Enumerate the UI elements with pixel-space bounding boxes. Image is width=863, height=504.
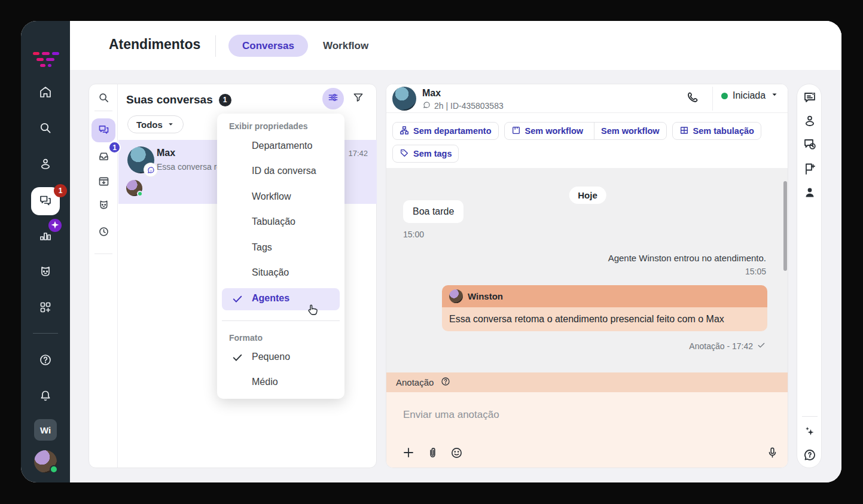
filter-all-dropdown[interactable]: Todos: [127, 115, 184, 133]
ai-sparkle-badge: [48, 219, 62, 232]
menu-item-tags[interactable]: Tags: [252, 242, 272, 253]
nav-notifications[interactable]: [21, 384, 70, 410]
check-icon: [757, 340, 766, 352]
plus-icon: [401, 445, 416, 462]
menu-item-tabulacao[interactable]: Tabulação: [252, 216, 295, 227]
system-message: Agente Winston entrou no atendimento.: [608, 253, 766, 263]
status-dropdown[interactable]: Iniciada: [721, 90, 779, 101]
add-button[interactable]: [401, 446, 416, 462]
list-search-button[interactable]: [92, 87, 115, 111]
chat-icon: [97, 123, 110, 138]
chevron-down-icon: [167, 120, 175, 130]
filter-button[interactable]: [347, 88, 369, 109]
tags-pill[interactable]: Sem tags: [392, 145, 459, 163]
incoming-message-bubble[interactable]: Boa tarde: [403, 200, 463, 223]
nav-divider: [33, 333, 58, 334]
nav-contacts[interactable]: [21, 152, 70, 178]
nav-analytics[interactable]: [21, 224, 70, 250]
person-icon: [38, 157, 53, 173]
workspace-switcher[interactable]: Wi: [34, 419, 57, 441]
agent-avatar: [449, 289, 463, 303]
workflow-pill[interactable]: Sem workflow Sem workflow: [504, 122, 667, 140]
conversations-unread-badge: 1: [54, 184, 67, 197]
online-status-dot: [50, 465, 58, 474]
list-filter-chats[interactable]: [92, 118, 115, 142]
user-avatar[interactable]: [34, 450, 57, 473]
ai-assistant-icon[interactable]: [803, 424, 817, 439]
funnel-icon: [352, 91, 364, 106]
tab-conversas[interactable]: Conversas: [228, 35, 308, 57]
nav-search[interactable]: [21, 116, 70, 142]
attach-button[interactable]: [425, 446, 440, 462]
pill-label: Sem tabulação: [693, 126, 754, 136]
composer: [386, 392, 788, 468]
nav-bots[interactable]: [21, 259, 70, 286]
nav-home[interactable]: [21, 80, 70, 106]
workflow-segment-2[interactable]: Sem workflow: [594, 123, 666, 139]
menu-item-id-conversa[interactable]: ID da conversa: [252, 166, 316, 176]
top-bar: Atendimentos Conversas Workflow: [70, 21, 841, 70]
property-pills-row-1: Sem departamento Sem workflow Sem workfl…: [392, 122, 761, 140]
search-icon: [97, 91, 110, 106]
apps-plus-icon: [38, 300, 53, 317]
menu-item-medio[interactable]: Médio: [252, 377, 278, 387]
conversation-id-label: 2h | ID-435803583: [434, 101, 504, 111]
nav-apps[interactable]: [21, 295, 70, 322]
online-status-dot: [137, 191, 143, 197]
chevron-down-icon: [770, 90, 779, 101]
sitemap-icon: [400, 126, 409, 137]
tab-workflow[interactable]: Workflow: [309, 35, 382, 57]
list-filter-waiting[interactable]: [92, 221, 115, 245]
chat-panel: Max 2h | ID-435803583 Iniciada: [386, 84, 788, 468]
support-help-icon[interactable]: [803, 448, 817, 462]
list-filter-archived[interactable]: [92, 170, 115, 194]
bell-icon: [38, 389, 53, 405]
menu-item-workflow[interactable]: Workflow: [252, 191, 291, 202]
details-notes-icon[interactable]: [803, 90, 817, 105]
chat-scrollbar[interactable]: [783, 181, 787, 271]
home-icon: [38, 85, 53, 102]
nav-help[interactable]: [21, 348, 70, 374]
message-time: 15:00: [403, 230, 424, 239]
tabulation-pill[interactable]: Sem tabulação: [672, 122, 761, 140]
annotation-message[interactable]: Winston Essa conversa retoma o atendimen…: [442, 285, 767, 331]
sliders-icon: [327, 91, 339, 106]
mini-divider: [94, 111, 112, 111]
add-flag-icon[interactable]: [803, 161, 817, 176]
menu-header: Exibir propriedades: [229, 121, 307, 131]
emoji-button[interactable]: [449, 446, 464, 462]
conversations-mini-sidebar: 1: [89, 84, 118, 468]
voice-record-button[interactable]: [764, 446, 780, 462]
archive-icon: [97, 175, 110, 190]
annotation-input[interactable]: [403, 409, 738, 421]
conversation-history-icon[interactable]: [803, 137, 817, 151]
conversation-count-badge: 1: [219, 94, 231, 106]
board-icon: [511, 126, 521, 137]
call-button[interactable]: [684, 90, 701, 107]
list-filter-bots[interactable]: [92, 194, 115, 218]
brand-logo[interactable]: [33, 52, 59, 72]
conversation-meta: 2h | ID-435803583: [422, 100, 504, 111]
contact-avatar[interactable]: [392, 87, 416, 111]
menu-item-pequeno[interactable]: Pequeno: [252, 352, 290, 362]
workflow-segment-1[interactable]: Sem workflow: [505, 123, 590, 139]
assigned-agent-icon[interactable]: [803, 185, 817, 200]
format-header: Formato: [229, 333, 263, 343]
menu-item-departamento[interactable]: Departamento: [252, 140, 312, 151]
agent-avatar: [126, 180, 142, 196]
menu-item-situacao[interactable]: Situação: [252, 267, 289, 278]
help-icon[interactable]: [440, 376, 451, 389]
display-properties-button[interactable]: [322, 88, 344, 109]
pill-label: Sem workflow: [601, 126, 660, 136]
menu-item-agentes-label: Agentes: [252, 293, 289, 304]
header-separator: [712, 87, 713, 111]
annotation-author: Winston: [468, 291, 503, 301]
status-label: Iniciada: [733, 90, 766, 101]
contact-info-icon[interactable]: [803, 114, 817, 128]
chat-header: Max 2h | ID-435803583 Iniciada: [386, 84, 788, 113]
department-pill[interactable]: Sem departamento: [392, 122, 499, 140]
messages-area: Hoje Boa tarde 15:00 Agente Winston entr…: [386, 168, 788, 372]
date-divider: Hoje: [569, 187, 606, 204]
check-icon: [231, 293, 243, 305]
paperclip-icon: [426, 446, 440, 462]
